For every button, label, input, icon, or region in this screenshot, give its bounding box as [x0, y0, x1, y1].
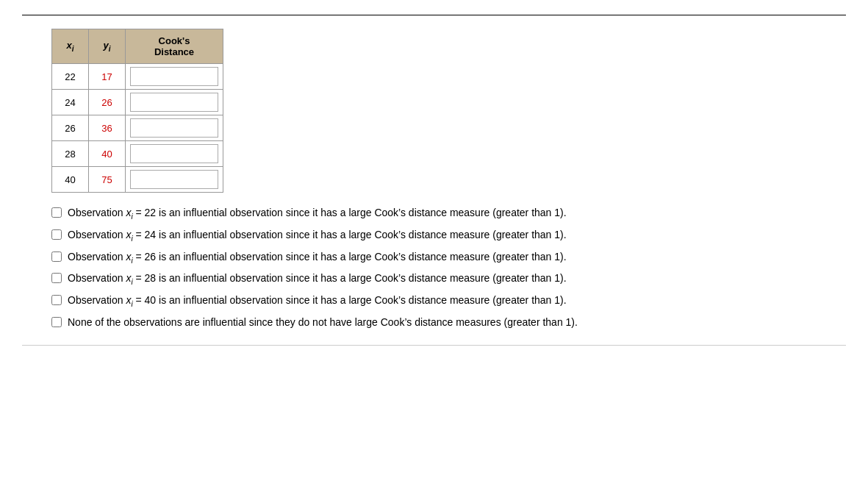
checkbox-6[interactable]	[51, 317, 62, 327]
checkbox-4[interactable]	[51, 273, 62, 283]
cooks-distance-input-2[interactable]	[130, 93, 218, 112]
cooks-distance-cell[interactable]	[126, 90, 223, 115]
yi-cell: 36	[89, 115, 126, 141]
yi-header: yi	[89, 29, 126, 64]
xi-header: xi	[52, 29, 89, 64]
cooks-distance-cell[interactable]	[126, 115, 223, 141]
xi-cell: 40	[52, 167, 89, 193]
option-label-2: Observation xi = 24 is an influential ob…	[68, 228, 567, 244]
checkbox-3[interactable]	[51, 252, 62, 262]
cooks-distance-cell[interactable]	[126, 64, 223, 90]
cooks-distance-header: Cook'sDistance	[126, 29, 223, 64]
checkbox-option-3[interactable]: Observation xi = 26 is an influential ob…	[51, 250, 846, 266]
cooks-distance-cell[interactable]	[126, 141, 223, 167]
table-row: 2636	[52, 115, 223, 141]
questions-section: Observation xi = 22 is an influential ob…	[51, 206, 846, 330]
checkbox-option-6[interactable]: None of the observations are influential…	[51, 315, 846, 330]
yi-cell: 40	[89, 141, 126, 167]
checkbox-option-4[interactable]: Observation xi = 28 is an influential ob…	[51, 271, 846, 288]
cooks-distance-input-5[interactable]	[130, 170, 218, 189]
cooks-distance-table: xi yi Cook'sDistance 2217242626362840407…	[51, 29, 223, 193]
yi-cell: 26	[89, 90, 126, 115]
option-label-5: Observation xi = 40 is an influential ob…	[68, 293, 567, 310]
cooks-distance-input-3[interactable]	[130, 118, 218, 138]
checkbox-option-5[interactable]: Observation xi = 40 is an influential ob…	[51, 293, 846, 310]
yi-cell: 75	[89, 167, 126, 193]
cooks-distance-cell[interactable]	[126, 167, 223, 193]
checkbox-1[interactable]	[51, 207, 62, 218]
yi-cell: 17	[89, 64, 126, 90]
xi-cell: 28	[52, 141, 89, 167]
option-label-1: Observation xi = 22 is an influential ob…	[68, 206, 567, 222]
top-divider	[22, 15, 846, 15]
option-label-6: None of the observations are influential…	[68, 315, 578, 330]
checkbox-option-1[interactable]: Observation xi = 22 is an influential ob…	[51, 206, 846, 222]
checkbox-2[interactable]	[51, 229, 62, 240]
data-table-container: xi yi Cook'sDistance 2217242626362840407…	[51, 29, 846, 193]
checkbox-option-2[interactable]: Observation xi = 24 is an influential ob…	[51, 228, 846, 244]
table-row: 2426	[52, 90, 223, 115]
xi-cell: 26	[52, 115, 89, 141]
cooks-distance-input-4[interactable]	[130, 144, 218, 163]
table-row: 2217	[52, 64, 223, 90]
xi-cell: 24	[52, 90, 89, 115]
xi-cell: 22	[52, 64, 89, 90]
checkbox-5[interactable]	[51, 295, 62, 305]
bottom-divider	[22, 345, 846, 346]
table-row: 2840	[52, 141, 223, 167]
cooks-distance-input-1[interactable]	[130, 67, 218, 86]
option-label-4: Observation xi = 28 is an influential ob…	[68, 271, 567, 288]
table-row: 4075	[52, 167, 223, 193]
option-label-3: Observation xi = 26 is an influential ob…	[68, 250, 567, 266]
